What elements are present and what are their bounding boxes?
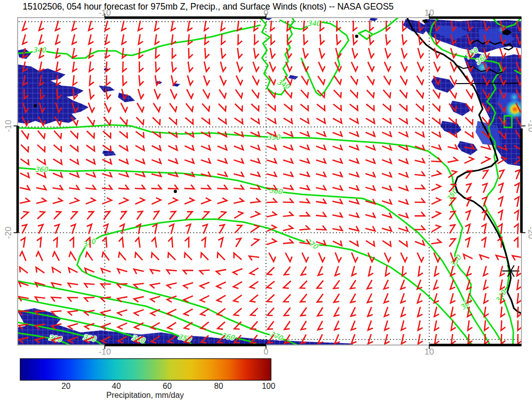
colorbar-tick-label: 80 (214, 382, 223, 390)
colorbar-gradient (20, 359, 271, 380)
axis-tick-label: -10 (99, 347, 111, 357)
axis-tick-label: 10 (425, 8, 434, 18)
chart-title: 15102506, 054 hour forecast for 975mb Z,… (23, 2, 393, 12)
precipitation-colorbar: 20406080100 Precipitation, mm/day (20, 359, 275, 399)
contour-label: 350 (267, 133, 281, 141)
colorbar-tick-labels: 20406080100 (61, 382, 275, 390)
axis-tick-label: -20 (526, 227, 532, 239)
contour-label: 360 (35, 165, 48, 173)
contour-label: 340 (307, 19, 321, 27)
axis-tick-label: 0 (263, 8, 268, 18)
forecast-map-canvas: 15102506, 054 hour forecast for 975mb Z,… (0, 0, 532, 411)
colorbar-tick-label: 20 (61, 382, 71, 390)
axis-tick-label: -10 (526, 120, 532, 132)
axis-tick-label: 0 (263, 347, 268, 357)
colorbar-tick-label: 60 (163, 382, 172, 390)
forecast-page: 15102506, 054 hour forecast for 975mb Z,… (0, 0, 532, 411)
axis-tick-label: 10 (425, 347, 434, 357)
axis-tick-label: -10 (4, 120, 13, 132)
colorbar-tick-label: 40 (112, 382, 121, 390)
colorbar-tick-label: 100 (262, 382, 276, 390)
colorbar-caption: Precipitation, mm/day (106, 391, 184, 399)
axis-tick-label: -10 (99, 8, 111, 18)
axis-tick-label: -20 (4, 227, 13, 239)
contour-label: 340 (33, 46, 46, 54)
map-plot-area: 3403403403503503503603603603703703703603… (17, 17, 525, 346)
